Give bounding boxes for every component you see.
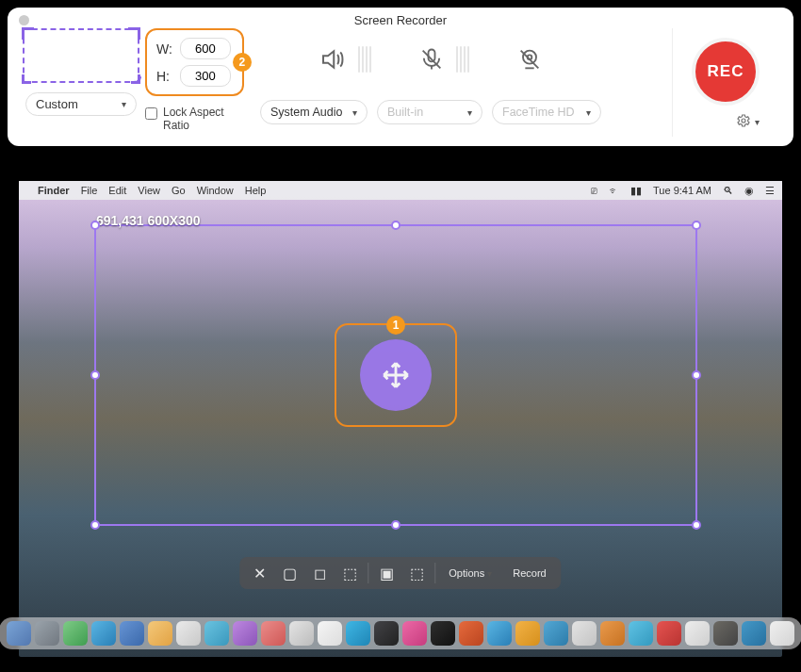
menubar-item-go[interactable]: Go bbox=[172, 185, 186, 196]
camera-value: FaceTime HD bbox=[502, 106, 575, 119]
capture-region-icon[interactable]: ⤢ bbox=[23, 28, 139, 83]
dock-app-icon[interactable] bbox=[742, 621, 766, 646]
dock-app-icon[interactable] bbox=[35, 621, 59, 646]
screenshot-close-icon[interactable]: ✕ bbox=[247, 563, 271, 583]
settings-button[interactable]: ▾ bbox=[736, 113, 760, 131]
system-audio-dropdown[interactable]: System Audio ▾ bbox=[260, 100, 368, 124]
move-selection-handle[interactable]: 1 bbox=[335, 323, 457, 427]
record-button[interactable]: REC bbox=[692, 38, 760, 106]
capture-selection-rect[interactable]: 691,431 600X300 1 bbox=[94, 224, 697, 526]
lock-aspect-checkbox[interactable] bbox=[145, 107, 157, 120]
dock-app-icon[interactable] bbox=[657, 621, 681, 646]
dock-app-icon[interactable] bbox=[7, 621, 31, 646]
macos-screenshot-toolbar: ✕ ▢ ◻ ⬚ ▣ ⬚ Options ▾ Record bbox=[239, 557, 561, 589]
capture-entire-screen-icon[interactable]: ▢ bbox=[277, 563, 302, 583]
dock-app-icon[interactable] bbox=[685, 621, 710, 646]
dock-app-icon[interactable] bbox=[346, 621, 370, 646]
menubar-item-help[interactable]: Help bbox=[245, 185, 267, 196]
recorder-toolbar: Screen Recorder ⤢ Custom ▾ W: H: 2 Loc bbox=[8, 8, 793, 146]
camera-dropdown[interactable]: FaceTime HD ▾ bbox=[492, 100, 601, 124]
dock-app-icon[interactable] bbox=[459, 621, 483, 646]
dock-app-icon[interactable] bbox=[318, 621, 342, 646]
dimensions-group: W: H: 2 bbox=[145, 28, 244, 96]
desktop-preview: Finder File Edit View Go Window Help ⎚ ᯤ… bbox=[19, 181, 782, 657]
dock-app-icon[interactable] bbox=[233, 621, 257, 646]
dock-app-icon[interactable] bbox=[402, 621, 427, 646]
resize-handle-ml[interactable] bbox=[90, 370, 100, 380]
svg-point-2 bbox=[523, 51, 536, 64]
dock-app-icon[interactable] bbox=[204, 621, 229, 646]
resize-handle-br[interactable] bbox=[692, 520, 701, 530]
control-center-icon[interactable]: ☰ bbox=[765, 185, 775, 197]
dock-app-icon[interactable] bbox=[572, 621, 597, 646]
region-preset-dropdown[interactable]: Custom ▾ bbox=[25, 92, 137, 116]
macos-menubar: Finder File Edit View Go Window Help ⎚ ᯤ… bbox=[19, 181, 782, 200]
lock-aspect-label: Lock Aspect Ratio bbox=[163, 106, 249, 132]
dock-app-icon[interactable] bbox=[600, 621, 625, 646]
selection-coordinates-label: 691,431 600X300 bbox=[96, 213, 201, 228]
webcam-disabled-icon[interactable] bbox=[516, 46, 543, 73]
menubar-app-name[interactable]: Finder bbox=[38, 185, 70, 196]
dock-app-icon[interactable] bbox=[261, 621, 286, 646]
width-label: W: bbox=[156, 41, 172, 57]
system-audio-value: System Audio bbox=[270, 106, 342, 119]
dock-app-icon[interactable] bbox=[374, 621, 399, 646]
dock-app-icon[interactable] bbox=[91, 621, 116, 646]
record-entire-screen-icon[interactable]: ▣ bbox=[374, 563, 399, 583]
height-input[interactable] bbox=[180, 65, 231, 87]
menubar-item-file[interactable]: File bbox=[81, 185, 98, 196]
battery-icon[interactable]: ▮▮ bbox=[630, 185, 642, 197]
width-input[interactable] bbox=[180, 38, 231, 59]
chevron-down-icon: ▾ bbox=[755, 117, 760, 127]
chevron-down-icon: ▾ bbox=[352, 107, 357, 118]
record-selection-icon[interactable]: ⬚ bbox=[404, 563, 429, 583]
dock-app-icon[interactable] bbox=[289, 621, 314, 646]
menubar-item-edit[interactable]: Edit bbox=[108, 185, 126, 196]
dock-app-icon[interactable] bbox=[487, 621, 512, 646]
resize-arrows-icon: ⤢ bbox=[133, 73, 143, 87]
dock-app-icon[interactable] bbox=[120, 621, 144, 646]
region-preset-value: Custom bbox=[36, 97, 78, 111]
dock-app-icon[interactable] bbox=[544, 621, 568, 646]
menubar-clock[interactable]: Tue 9:41 AM bbox=[653, 185, 711, 196]
siri-icon[interactable]: ◉ bbox=[744, 185, 754, 197]
menubar-item-window[interactable]: Window bbox=[197, 185, 234, 196]
svg-point-5 bbox=[742, 119, 745, 123]
move-icon bbox=[360, 339, 432, 411]
wifi-icon[interactable]: ᯤ bbox=[609, 185, 619, 196]
capture-window-icon[interactable]: ◻ bbox=[307, 563, 332, 583]
airplay-icon[interactable]: ⎚ bbox=[591, 185, 597, 196]
lock-aspect-ratio[interactable]: Lock Aspect Ratio bbox=[145, 106, 249, 132]
dock-app-icon[interactable] bbox=[148, 621, 172, 646]
dock-app-icon[interactable] bbox=[431, 621, 455, 646]
annotation-badge-1: 1 bbox=[386, 316, 405, 335]
menubar-item-view[interactable]: View bbox=[138, 185, 160, 196]
microphone-value: Built-in bbox=[387, 106, 423, 119]
resize-handle-tm[interactable] bbox=[391, 221, 400, 230]
dock-app-icon[interactable] bbox=[176, 621, 201, 646]
resize-handle-bl[interactable] bbox=[90, 520, 100, 530]
macos-dock bbox=[0, 617, 801, 649]
screenshot-record-button[interactable]: Record bbox=[505, 564, 553, 582]
spotlight-icon[interactable]: 🔍︎ bbox=[723, 185, 733, 196]
screenshot-options-button[interactable]: Options ▾ bbox=[441, 564, 499, 582]
system-volume-meter bbox=[358, 46, 371, 73]
dock-app-icon[interactable] bbox=[629, 621, 653, 646]
resize-handle-bm[interactable] bbox=[391, 520, 400, 530]
dock-app-icon[interactable] bbox=[713, 621, 738, 646]
speaker-icon[interactable] bbox=[319, 45, 347, 74]
dock-app-icon[interactable] bbox=[515, 621, 540, 646]
chevron-down-icon: ▾ bbox=[122, 99, 126, 109]
gear-icon bbox=[736, 113, 751, 131]
dock-app-icon[interactable] bbox=[770, 621, 794, 646]
capture-selection-icon[interactable]: ⬚ bbox=[337, 563, 362, 583]
height-label: H: bbox=[156, 69, 172, 84]
resize-handle-tr[interactable] bbox=[692, 221, 701, 230]
chevron-down-icon: ▾ bbox=[586, 107, 591, 118]
microphone-dropdown[interactable]: Built-in ▾ bbox=[377, 100, 482, 124]
resize-handle-tl[interactable] bbox=[90, 221, 100, 230]
resize-handle-mr[interactable] bbox=[692, 370, 701, 380]
microphone-muted-icon[interactable] bbox=[418, 46, 445, 73]
annotation-badge-2: 2 bbox=[233, 53, 252, 72]
dock-app-icon[interactable] bbox=[63, 621, 88, 646]
